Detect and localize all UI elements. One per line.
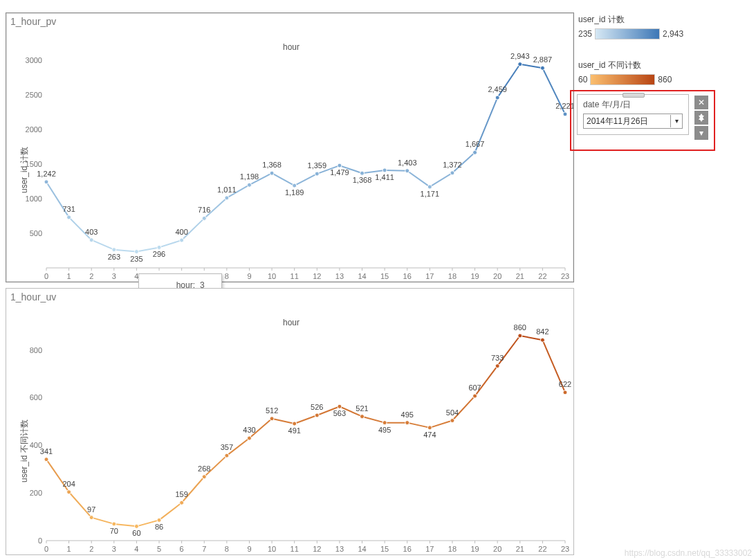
svg-point-113 [450, 171, 454, 175]
svg-point-81 [89, 238, 93, 242]
svg-text:60: 60 [132, 529, 140, 537]
svg-point-85 [134, 250, 138, 254]
filter-title: date 年/月/日 [583, 99, 683, 111]
svg-point-79 [67, 215, 71, 219]
svg-point-83 [112, 248, 116, 252]
svg-point-211 [157, 518, 161, 522]
svg-line-71 [430, 173, 452, 187]
svg-point-243 [518, 334, 522, 338]
svg-point-203 [67, 490, 71, 494]
svg-text:2,887: 2,887 [533, 55, 553, 64]
svg-point-103 [338, 163, 342, 168]
svg-text:504: 504 [446, 408, 459, 417]
svg-text:430: 430 [243, 426, 255, 434]
svg-point-239 [473, 394, 477, 398]
svg-text:235: 235 [130, 255, 142, 263]
svg-text:17: 17 [425, 272, 434, 280]
svg-text:17: 17 [425, 545, 434, 553]
svg-text:731: 731 [62, 205, 75, 213]
svg-point-217 [225, 453, 229, 458]
svg-text:13: 13 [335, 545, 344, 553]
svg-text:860: 860 [514, 323, 526, 332]
svg-line-180 [91, 518, 114, 524]
svg-point-209 [134, 524, 138, 528]
svg-line-57 [114, 250, 137, 252]
svg-text:600: 600 [30, 393, 42, 401]
svg-text:11: 11 [291, 272, 299, 280]
svg-text:14: 14 [358, 545, 366, 553]
svg-text:14: 14 [358, 272, 366, 280]
legend-pv-gradient [595, 28, 660, 39]
svg-text:263: 263 [108, 253, 120, 261]
filter-inner: date 年/月/日 2014年11月26日 ▾ [577, 94, 689, 135]
svg-text:357: 357 [221, 443, 233, 451]
svg-text:716: 716 [198, 206, 210, 214]
svg-line-64 [272, 173, 295, 186]
svg-point-229 [360, 415, 365, 419]
svg-text:3: 3 [112, 272, 116, 280]
svg-text:1500: 1500 [26, 160, 42, 168]
filter-drag-handle[interactable] [623, 93, 645, 98]
pin-icon[interactable] [694, 111, 708, 125]
svg-text:97: 97 [87, 505, 95, 514]
svg-point-115 [473, 150, 477, 154]
svg-point-231 [382, 421, 387, 425]
chart-svg-uv[interactable]: 0200400600800012345678910111213141516171… [6, 289, 573, 554]
svg-point-237 [450, 419, 454, 423]
date-select[interactable]: 2014年11月26日 ▾ [583, 114, 683, 129]
more-icon[interactable]: ▾ [694, 126, 708, 140]
svg-text:1,198: 1,198 [240, 172, 259, 181]
svg-text:0: 0 [44, 545, 48, 553]
svg-text:474: 474 [423, 431, 436, 439]
svg-text:9: 9 [247, 272, 251, 280]
svg-line-65 [295, 174, 317, 186]
svg-line-192 [362, 417, 385, 423]
svg-point-201 [44, 458, 48, 462]
svg-text:607: 607 [468, 383, 481, 392]
svg-line-199 [520, 336, 543, 340]
legend-pv-max: 2,943 [663, 29, 683, 39]
svg-text:9: 9 [247, 545, 251, 553]
chart-svg-pv[interactable]: 5001000150020002500300001234567891011121… [6, 13, 573, 282]
svg-line-195 [430, 421, 452, 428]
svg-text:6: 6 [180, 545, 184, 553]
svg-text:1,011: 1,011 [217, 186, 237, 194]
svg-text:1: 1 [67, 272, 71, 280]
svg-text:2: 2 [89, 545, 93, 553]
legend-uv: user_id 不同计数 60 860 [578, 60, 710, 85]
svg-text:19: 19 [470, 272, 479, 280]
svg-text:1,368: 1,368 [353, 176, 372, 184]
svg-text:3000: 3000 [26, 56, 42, 64]
svg-text:2: 2 [89, 272, 93, 280]
svg-point-245 [540, 338, 544, 342]
svg-text:12: 12 [313, 545, 321, 553]
svg-text:4: 4 [134, 545, 138, 553]
svg-text:500: 500 [30, 229, 42, 237]
svg-text:70: 70 [110, 527, 118, 535]
svg-text:1,667: 1,667 [465, 140, 485, 148]
svg-text:2500: 2500 [26, 91, 42, 99]
close-icon[interactable]: ✕ [694, 96, 708, 109]
svg-point-93 [225, 196, 229, 200]
svg-text:22: 22 [538, 545, 546, 553]
svg-text:10: 10 [268, 272, 276, 280]
svg-text:1,403: 1,403 [398, 159, 417, 167]
svg-text:204: 204 [62, 480, 75, 488]
svg-text:8: 8 [225, 545, 229, 553]
svg-point-97 [270, 171, 274, 175]
legend-uv-min: 60 [578, 75, 587, 84]
svg-text:10: 10 [268, 545, 276, 553]
svg-line-56 [91, 240, 114, 250]
svg-line-70 [407, 171, 430, 187]
svg-text:22: 22 [538, 272, 546, 280]
svg-text:0: 0 [44, 272, 48, 280]
svg-point-213 [180, 500, 184, 505]
svg-text:296: 296 [153, 250, 165, 258]
svg-text:526: 526 [311, 403, 323, 411]
svg-point-241 [495, 364, 499, 368]
svg-line-69 [385, 170, 407, 171]
chevron-down-icon[interactable]: ▾ [670, 115, 682, 127]
svg-text:495: 495 [401, 410, 414, 419]
chart-panel-uv: 1_hour_uv hour user_id 不同计数 020040060080… [6, 288, 574, 555]
svg-point-247 [563, 390, 567, 395]
